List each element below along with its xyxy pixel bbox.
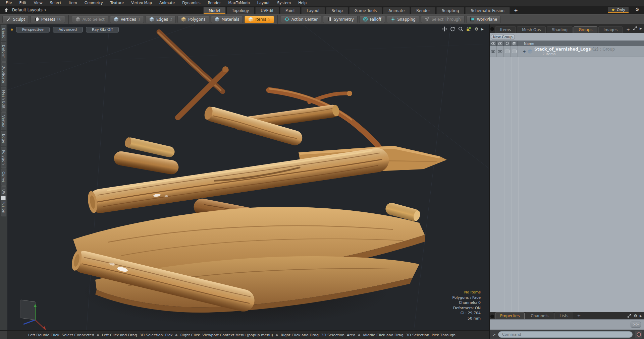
toolbar-separator xyxy=(277,15,278,24)
menu-texture[interactable]: Texture xyxy=(107,0,127,6)
add-tab-button[interactable]: + xyxy=(511,7,521,14)
add-panel-tab-button[interactable]: + xyxy=(624,26,633,33)
materials-mode-button[interactable]: Materials xyxy=(211,16,243,23)
menu-render[interactable]: Render xyxy=(204,0,224,6)
group-checkbox[interactable] xyxy=(512,50,517,53)
tab-paint[interactable]: Paint xyxy=(280,7,300,14)
edges-mode-button[interactable]: Edges 2 xyxy=(146,16,176,23)
tab-properties[interactable]: Properties xyxy=(495,313,525,319)
action-center-button[interactable]: Action Center xyxy=(281,16,321,23)
tab-layout[interactable]: Layout xyxy=(301,7,325,14)
menu-help[interactable]: Help xyxy=(294,0,310,6)
orbit-icon[interactable] xyxy=(450,26,455,31)
viewport-gear-icon[interactable]: ⚙ xyxy=(474,26,478,31)
rail-tab-fusion[interactable]: Fusion xyxy=(1,198,6,216)
polygons-mode-button[interactable]: Polygons xyxy=(177,16,209,23)
auto-select-button[interactable]: Auto Select xyxy=(72,16,108,23)
shading-mode-button[interactable]: Advanced xyxy=(53,27,83,32)
sculpt-button[interactable]: Sculpt xyxy=(2,16,29,23)
rail-tab-basic[interactable]: Basic xyxy=(1,25,6,41)
tab-groups[interactable]: Groups xyxy=(574,26,597,33)
rail-tab-edge[interactable]: Edge xyxy=(1,131,6,146)
presets-button[interactable]: Presets F6 xyxy=(31,16,65,23)
macro-record-button[interactable] xyxy=(635,331,642,338)
cube-icon xyxy=(114,17,119,22)
select-through-button[interactable]: Select Through xyxy=(421,16,465,23)
more-button[interactable]: >> xyxy=(631,322,641,328)
expand-group-button[interactable]: + xyxy=(523,49,526,54)
symmetry-button[interactable]: Symmetry xyxy=(323,16,358,23)
tab-shading[interactable]: Shading xyxy=(547,26,573,33)
rail-tab-deform[interactable]: Deform xyxy=(1,42,6,62)
rail-tab-mesh-edit[interactable]: Mesh Edit xyxy=(1,87,6,112)
panel-expand-icon[interactable]: ▶ xyxy=(640,27,642,30)
zoom-icon[interactable] xyxy=(458,26,463,31)
properties-panel: Properties Channels Lists + ⚙ ▶ >> > xyxy=(490,312,644,339)
tab-model[interactable]: Model xyxy=(203,7,226,14)
raygl-button[interactable]: Ray GL: Off xyxy=(86,27,119,32)
add-panel-tab-button[interactable]: + xyxy=(574,313,583,319)
tab-uvedit[interactable]: UVEdit xyxy=(255,7,279,14)
tab-schematic-fusion[interactable]: Schematic Fusion xyxy=(465,7,510,14)
perspective-button[interactable]: Perspective xyxy=(16,27,50,32)
panel-corner-widget[interactable] xyxy=(490,27,494,31)
menu-item[interactable]: Item xyxy=(65,0,81,6)
workplane-button[interactable]: WorkPlane xyxy=(466,16,501,23)
pan-icon[interactable] xyxy=(442,26,447,31)
tab-setup[interactable]: Setup xyxy=(326,7,348,14)
tab-mesh-ops[interactable]: Mesh Ops xyxy=(517,26,546,33)
falloff-icon xyxy=(363,17,368,22)
layout-toggle-icon[interactable] xyxy=(466,26,471,31)
vertices-mode-button[interactable]: Vertices 1 xyxy=(110,16,144,23)
panel-expand-icon[interactable]: ▶ xyxy=(640,314,642,318)
tab-lists[interactable]: Lists xyxy=(554,313,573,319)
rail-tab-polygon[interactable]: Polygon xyxy=(1,147,6,168)
rail-tab-vertex[interactable]: Vertex xyxy=(1,112,6,130)
tab-topology[interactable]: Topology xyxy=(227,7,255,14)
tab-items[interactable]: Items xyxy=(495,26,516,33)
menu-dynamics[interactable]: Dynamics xyxy=(178,0,204,6)
panel-gear-icon[interactable]: ⚙ xyxy=(634,314,637,318)
tab-scripting[interactable]: Scripting xyxy=(436,7,464,14)
tab-game-tools[interactable]: Game Tools xyxy=(349,7,382,14)
group-checkbox[interactable] xyxy=(505,50,509,53)
menu-file[interactable]: File xyxy=(2,0,15,6)
rail-handle[interactable] xyxy=(1,196,6,200)
camera-icon[interactable] xyxy=(498,50,502,53)
menu-vertex-map[interactable]: Vertex Map xyxy=(127,0,156,6)
falloff-button[interactable]: Falloff xyxy=(359,16,385,23)
group-row[interactable]: + Stack_of_Varnished_Logs (2) : Group 2 … xyxy=(490,46,644,57)
menu-edit[interactable]: Edit xyxy=(15,0,30,6)
eye-icon[interactable] xyxy=(491,50,495,53)
rail-tab-duplicate[interactable]: Duplicate xyxy=(1,62,6,86)
menu-view[interactable]: View xyxy=(30,0,46,6)
layout-up-icon[interactable] xyxy=(3,7,9,12)
only-toggle-button[interactable]: ★ Only xyxy=(608,7,629,13)
command-input[interactable] xyxy=(498,331,633,338)
viewport-expand-icon[interactable]: ▶ xyxy=(481,27,484,31)
main-toolbar: Sculpt Presets F6 Auto Select Vertices 1… xyxy=(0,14,644,24)
rail-tab-curve[interactable]: Curve xyxy=(1,168,6,186)
menu-geometry[interactable]: Geometry xyxy=(81,0,107,6)
items-mode-button[interactable]: Items 5 xyxy=(245,16,274,23)
gear-icon[interactable]: ⚙ xyxy=(635,7,639,12)
menu-maxtomodo[interactable]: MaxToModo xyxy=(225,0,254,6)
layout-switcher[interactable]: Default Layouts ▾ xyxy=(12,6,46,14)
maximize-icon[interactable] xyxy=(633,26,637,30)
sphere-icon xyxy=(34,17,39,22)
menu-layout[interactable]: Layout xyxy=(254,0,273,6)
tab-animate[interactable]: Animate xyxy=(383,7,410,14)
new-group-button[interactable]: New Group xyxy=(491,34,515,40)
tab-channels[interactable]: Channels xyxy=(526,313,553,319)
maximize-icon[interactable] xyxy=(627,314,631,318)
tab-images[interactable]: Images xyxy=(598,26,623,33)
snapping-button[interactable]: Snapping xyxy=(387,16,419,23)
cube-column-icon xyxy=(512,42,516,46)
deformers-status: Deformers: ON xyxy=(452,306,481,311)
3d-viewport[interactable]: Perspective Advanced Ray GL: Off ⚙ ▶ No … xyxy=(7,24,489,330)
menu-animate[interactable]: Animate xyxy=(156,0,178,6)
tab-render[interactable]: Render xyxy=(411,7,435,14)
menu-system[interactable]: System xyxy=(273,0,294,6)
menu-select[interactable]: Select xyxy=(46,0,65,6)
panel-corner-widget[interactable] xyxy=(490,315,494,318)
